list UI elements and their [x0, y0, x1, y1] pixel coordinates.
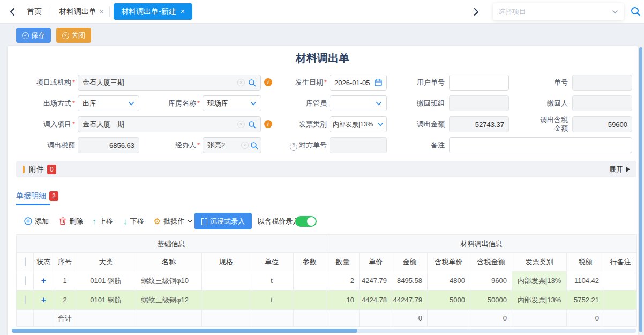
project-select[interactable]: 选择项目 — [493, 3, 624, 20]
expand-button[interactable]: 展开 — [609, 165, 630, 174]
table-row: + 1 0101 钢筋 螺纹三级钢φ10 t 2 4247.79 8495.58… — [17, 271, 637, 291]
cell-amount[interactable]: 44247.79 — [392, 291, 428, 310]
label-doc-no: 单号 — [525, 75, 568, 91]
in-project-field[interactable]: 金石大厦二期 × — [78, 116, 261, 132]
search-icon[interactable] — [630, 6, 641, 17]
cell-price[interactable]: 4424.78 — [360, 291, 392, 310]
cell-name[interactable]: 螺纹三级钢φ12 — [136, 291, 202, 310]
out-amount-field: 52743.37 — [449, 116, 509, 132]
chevron-right-icon[interactable] — [470, 6, 481, 17]
date-field[interactable]: 2026-01-05 — [330, 75, 387, 91]
cell-row-note[interactable] — [604, 271, 637, 291]
tax-price-toggle[interactable] — [295, 216, 317, 227]
tab-home[interactable]: 首页 — [19, 0, 49, 23]
expand-row-icon[interactable]: + — [41, 295, 46, 304]
label-date: 发生日期* — [280, 75, 327, 91]
close-circle-icon: × — [62, 32, 69, 39]
cell-invoice-type[interactable]: 内部发票|13% — [512, 271, 567, 291]
cell-seq: 1 — [54, 271, 76, 291]
cell-qty[interactable]: 2 — [326, 271, 360, 291]
plus-circle-icon — [24, 217, 32, 225]
move-down-label: 下移 — [130, 217, 144, 226]
immersive-entry-button[interactable]: 沉浸式录入 — [194, 213, 252, 229]
close-tab-icon[interactable]: × — [100, 8, 104, 16]
total-row: 合计 0 0 0 — [17, 310, 637, 327]
clear-icon[interactable]: × — [241, 142, 249, 149]
cell-spec[interactable] — [202, 271, 250, 291]
out-amount-with-tax-field: 59600 — [572, 116, 632, 132]
detail-tab-label: 单据明细 — [16, 191, 46, 201]
warehouse-select[interactable]: 现场库 — [203, 95, 261, 111]
clear-icon[interactable]: × — [237, 121, 245, 128]
expand-row-icon[interactable]: + — [41, 276, 46, 285]
close-tab-icon[interactable]: × — [181, 7, 185, 16]
close-button-label: 关闭 — [71, 31, 85, 40]
label-user-no: 用户单号 — [402, 75, 445, 91]
project-select-placeholder: 选择项目 — [498, 7, 612, 17]
search-icon[interactable] — [248, 79, 256, 87]
tab-detail[interactable]: 单据明细 2 — [16, 191, 58, 201]
cell-spec[interactable] — [202, 291, 250, 310]
cell-tax[interactable]: 5752.21 — [567, 291, 604, 310]
clear-icon[interactable]: × — [237, 79, 245, 86]
arrow-down-icon: ↓ — [123, 217, 128, 226]
cell-name[interactable]: 螺纹三级钢φ10 — [136, 271, 202, 291]
remark-field[interactable] — [449, 137, 632, 153]
user-no-field[interactable] — [449, 75, 509, 91]
label-return-person: 缴回人 — [525, 95, 568, 111]
search-icon[interactable] — [248, 121, 256, 129]
tab-divider — [109, 6, 110, 17]
select-all-checkbox[interactable] — [25, 257, 26, 266]
tab-material-transfer-new-active[interactable]: 材料调出单-新建× — [114, 3, 192, 20]
handler-field[interactable]: 张亮2 × — [203, 137, 261, 153]
horizontal-scrollbar-thumb[interactable] — [12, 329, 357, 333]
cell-price[interactable]: 4247.79 — [360, 271, 392, 291]
info-icon[interactable]: i — [264, 78, 272, 86]
chevron-left-icon[interactable] — [8, 6, 18, 17]
cell-unit[interactable]: t — [250, 271, 294, 291]
cell-param[interactable] — [294, 271, 326, 291]
cell-row-note[interactable] — [604, 291, 637, 310]
close-button[interactable]: × 关闭 — [56, 28, 91, 43]
attachment-bar[interactable]: 附件 0 展开 — [16, 161, 636, 177]
cell-tax-price[interactable]: 5000 — [428, 291, 470, 310]
chevron-down-icon — [128, 100, 134, 107]
cell-qty[interactable]: 10 — [326, 291, 360, 310]
cell-category[interactable]: 0101 钢筋 — [76, 271, 136, 291]
move-up-button[interactable]: ↑ 上移 — [92, 213, 113, 229]
save-button[interactable]: ✓ 保存 — [16, 28, 51, 43]
out-method-select[interactable]: 出库 — [78, 95, 139, 111]
cell-tax-price[interactable]: 4800 — [428, 271, 470, 291]
tab-material-transfer-list[interactable]: 材料调出单× — [51, 0, 111, 23]
vertical-scrollbar-thumb[interactable] — [639, 47, 642, 332]
calendar-icon[interactable] — [375, 79, 382, 86]
add-row-button[interactable]: 添加 — [24, 213, 49, 229]
cell-tax-amount[interactable]: 9600 — [470, 271, 512, 291]
cell-amount[interactable]: 8495.58 — [392, 271, 428, 291]
info-icon[interactable]: i — [264, 120, 272, 128]
search-icon[interactable] — [250, 142, 258, 150]
cell-tax[interactable]: 1104.42 — [567, 271, 604, 291]
project-field[interactable]: 金石大厦三期 × — [78, 75, 261, 91]
cell-invoice-type[interactable]: 内部发票|13% — [512, 291, 567, 310]
question-icon[interactable]: ? — [290, 143, 297, 151]
return-team-field — [449, 95, 509, 111]
cell-param[interactable] — [294, 291, 326, 310]
keeper-select[interactable] — [330, 95, 387, 111]
group-header-row: 基础信息 材料调出信息 — [17, 235, 637, 253]
cell-tax-amount[interactable]: 50000 — [470, 291, 512, 310]
chevron-down-icon — [250, 100, 257, 107]
move-down-button[interactable]: ↓ 下移 — [123, 213, 144, 229]
column-header-row: 状态 序号 大类 名称 规格 单位 参数 数量 单价 金额 含税单价 含税金额 … — [17, 253, 637, 271]
delete-row-button[interactable]: 删除 — [59, 213, 83, 229]
cell-category[interactable]: 0101 钢筋 — [76, 291, 136, 310]
invoice-type-select[interactable]: 内部发票|13% — [330, 116, 387, 132]
chevron-down-icon — [377, 121, 384, 128]
row-checkbox[interactable] — [25, 295, 26, 304]
detail-count-badge: 2 — [49, 191, 58, 201]
cell-unit[interactable]: t — [250, 291, 294, 310]
row-checkbox[interactable] — [25, 276, 26, 285]
batch-operation-button[interactable]: ⚙ 批操作 — [154, 213, 193, 229]
group-header-transfer: 材料调出信息 — [326, 235, 637, 253]
horizontal-scrollbar-track[interactable] — [12, 329, 636, 333]
